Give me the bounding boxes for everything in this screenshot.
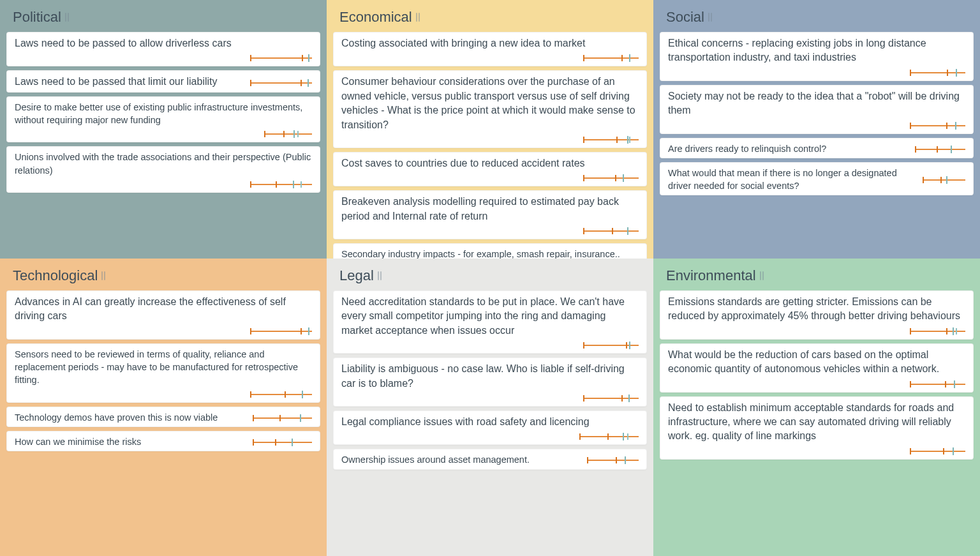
- score-slider[interactable]: [584, 227, 639, 236]
- idea-card[interactable]: Desire to make better use of existing pu…: [6, 96, 320, 143]
- score-slider[interactable]: [584, 394, 639, 403]
- card-text: Need to establish minimum acceptable sta…: [668, 401, 965, 444]
- card-text: Advances in AI can greatly increase the …: [15, 295, 312, 324]
- idea-card[interactable]: Need to establish minimum acceptable sta…: [660, 396, 974, 460]
- panel-header[interactable]: Economical: [339, 9, 643, 26]
- idea-card[interactable]: What would that mean if there is no long…: [660, 162, 974, 196]
- score-slider[interactable]: [910, 68, 965, 77]
- card-text: What would be the reduction of cars base…: [668, 348, 965, 377]
- drag-handle-icon[interactable]: [416, 13, 420, 22]
- card-list: Advances in AI can greatly increase the …: [6, 290, 320, 451]
- score-slider[interactable]: [584, 135, 639, 144]
- card-text: Breakeven analysis modelling required to…: [341, 195, 639, 223]
- panel-header[interactable]: Political: [13, 9, 316, 26]
- score-slider[interactable]: [584, 341, 639, 350]
- panel-header[interactable]: Technological: [13, 267, 316, 284]
- card-text: Legal compliance issues with road safety…: [341, 415, 639, 429]
- idea-card[interactable]: Unions involved with the trade associati…: [6, 146, 320, 193]
- drag-handle-icon[interactable]: [65, 13, 69, 22]
- idea-card[interactable]: Need accreditation standards to be put i…: [333, 290, 647, 354]
- card-list: Need accreditation standards to be put i…: [333, 290, 647, 470]
- panel-header[interactable]: Social: [666, 9, 970, 26]
- panel-header[interactable]: Environmental: [666, 267, 970, 284]
- card-list: Ethical concerns - replacing existing jo…: [660, 32, 974, 195]
- panel-political: PoliticalLaws need to be passed to allow…: [0, 0, 327, 259]
- score-slider[interactable]: [251, 390, 312, 399]
- panel-social: SocialEthical concerns - replacing exist…: [653, 0, 980, 259]
- score-slider[interactable]: [580, 432, 639, 441]
- card-list: Laws need to be passed to allow driverle…: [6, 32, 320, 193]
- idea-card[interactable]: Ethical concerns - replacing existing jo…: [660, 32, 974, 81]
- idea-card[interactable]: How can we minimise the risks: [6, 431, 320, 451]
- card-text: Unions involved with the trade associati…: [15, 151, 312, 177]
- drag-handle-icon[interactable]: [378, 271, 382, 280]
- score-slider[interactable]: [265, 130, 312, 139]
- card-text: Desire to make better use of existing pu…: [15, 101, 312, 127]
- card-text: Technology demos have proven this is now…: [15, 411, 242, 424]
- card-list: Costing associated with bringing a new i…: [333, 32, 647, 259]
- idea-card[interactable]: Laws need to be passed to allow driverle…: [6, 32, 320, 66]
- idea-card[interactable]: Ownership issues around asset management…: [333, 449, 647, 469]
- card-text: Laws need to be passed to allow driverle…: [15, 36, 312, 50]
- idea-card[interactable]: Liability is ambiguous - no case law. Wh…: [333, 357, 647, 407]
- score-slider[interactable]: [910, 380, 965, 389]
- idea-card[interactable]: Society may not be ready to the idea tha…: [660, 85, 974, 134]
- panel-legal: LegalNeed accreditation standards to be …: [327, 259, 653, 556]
- idea-card[interactable]: Costing associated with bringing a new i…: [333, 32, 647, 66]
- panel-economical: EconomicalCosting associated with bringi…: [327, 0, 653, 259]
- panel-title: Technological: [13, 267, 98, 284]
- idea-card[interactable]: Legal compliance issues with road safety…: [333, 410, 647, 445]
- card-text: Costing associated with bringing a new i…: [341, 36, 639, 50]
- drag-handle-icon[interactable]: [101, 271, 105, 280]
- panel-title: Environmental: [666, 267, 756, 284]
- card-text: Need accreditation standards to be put i…: [341, 295, 639, 338]
- score-slider[interactable]: [916, 145, 965, 154]
- pestle-board: PoliticalLaws need to be passed to allow…: [0, 0, 980, 556]
- score-slider[interactable]: [910, 447, 965, 456]
- idea-card[interactable]: Breakeven analysis modelling required to…: [333, 190, 647, 239]
- card-text: How can we minimise the risks: [15, 435, 242, 448]
- idea-card[interactable]: Technology demos have proven this is now…: [6, 407, 320, 427]
- card-text: Consumer behaviour considerations over t…: [341, 75, 639, 132]
- panel-technological: TechnologicalAdvances in AI can greatly …: [0, 259, 327, 556]
- card-text: Secondary industry impacts - for example…: [341, 248, 639, 259]
- panel-title: Political: [13, 9, 61, 26]
- score-slider[interactable]: [253, 414, 312, 423]
- panel-title: Social: [666, 9, 704, 26]
- panel-title: Legal: [339, 267, 374, 284]
- score-slider[interactable]: [253, 438, 312, 447]
- score-slider[interactable]: [584, 174, 639, 183]
- card-text: Emissions standards are getting stricter…: [668, 295, 965, 324]
- panel-header[interactable]: Legal: [339, 267, 643, 284]
- drag-handle-icon[interactable]: [708, 13, 712, 22]
- idea-card[interactable]: Laws need to be passed that limit our li…: [6, 70, 320, 92]
- idea-card[interactable]: Are drivers ready to relinquish control?: [660, 138, 974, 158]
- idea-card[interactable]: Secondary industry impacts - for example…: [333, 243, 647, 259]
- card-text: Are drivers ready to relinquish control?: [668, 142, 904, 155]
- card-text: Ownership issues around asset management…: [341, 453, 576, 466]
- drag-handle-icon[interactable]: [760, 271, 764, 280]
- idea-card[interactable]: Emissions standards are getting stricter…: [660, 290, 974, 340]
- idea-card[interactable]: Sensors need to be reviewed in terms of …: [6, 343, 320, 403]
- score-slider[interactable]: [910, 121, 965, 130]
- score-slider[interactable]: [251, 180, 312, 189]
- idea-card[interactable]: What would be the reduction of cars base…: [660, 343, 974, 393]
- card-text: Laws need to be passed that limit our li…: [15, 75, 239, 89]
- card-text: Liability is ambiguous - no case law. Wh…: [341, 362, 639, 391]
- score-slider[interactable]: [588, 456, 639, 465]
- score-slider[interactable]: [923, 176, 965, 184]
- score-slider[interactable]: [251, 79, 312, 87]
- card-list: Emissions standards are getting stricter…: [660, 290, 974, 460]
- idea-card[interactable]: Cost saves to countries due to reduced a…: [333, 152, 647, 186]
- idea-card[interactable]: Advances in AI can greatly increase the …: [6, 290, 320, 340]
- card-text: What would that mean if there is no long…: [668, 167, 912, 193]
- card-text: Society may not be ready to the idea tha…: [668, 89, 965, 118]
- score-slider[interactable]: [910, 327, 965, 336]
- score-slider[interactable]: [251, 327, 312, 336]
- score-slider[interactable]: [584, 54, 639, 63]
- panel-environmental: EnvironmentalEmissions standards are get…: [653, 259, 980, 556]
- card-text: Ethical concerns - replacing existing jo…: [668, 36, 965, 65]
- idea-card[interactable]: Consumer behaviour considerations over t…: [333, 70, 647, 148]
- score-slider[interactable]: [251, 54, 312, 63]
- card-text: Sensors need to be reviewed in terms of …: [15, 348, 312, 387]
